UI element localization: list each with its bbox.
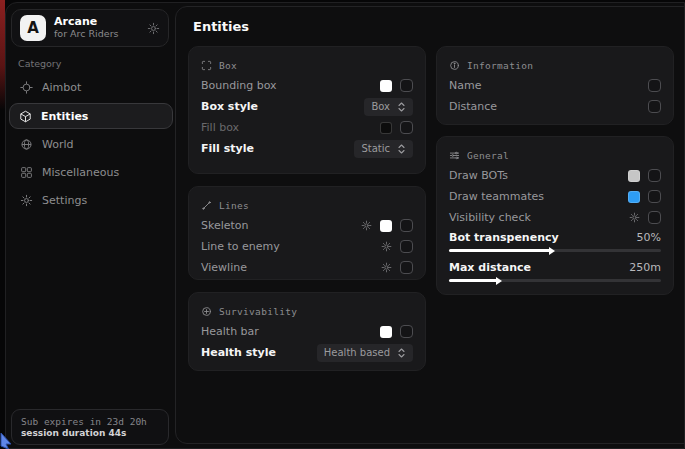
checkbox[interactable] (400, 79, 413, 92)
slider-thumb[interactable] (496, 277, 502, 285)
color-swatch[interactable] (380, 220, 392, 232)
color-swatch[interactable] (628, 170, 640, 182)
globe-icon (20, 138, 33, 151)
category-label: Category (18, 58, 61, 69)
checkbox[interactable] (400, 240, 413, 253)
sidebar: A Arcane for Arc Riders Category Aimbot (6, 3, 175, 448)
slider-value: 250m (629, 261, 661, 274)
app-subtitle: for Arc Riders (54, 29, 139, 40)
crosshair-icon (20, 81, 33, 94)
session-duration-text: session duration 44s (21, 428, 159, 438)
checkbox[interactable] (400, 121, 413, 134)
color-swatch[interactable] (380, 122, 392, 134)
checkbox[interactable] (648, 190, 661, 203)
sidebar-item-settings[interactable]: Settings (11, 188, 169, 212)
sidebar-item-world[interactable]: World (11, 132, 169, 156)
color-swatch[interactable] (628, 191, 640, 203)
checkbox[interactable] (648, 100, 661, 113)
setting-row-fill-style: Fill style Static (201, 138, 413, 159)
mouse-cursor (0, 433, 14, 449)
setting-row-fill-box: Fill box (201, 117, 413, 138)
app-title: Arcane (54, 16, 139, 29)
page-title: Entities (193, 19, 249, 34)
setting-label: Line to enemy (201, 240, 280, 253)
panel-title: Information (467, 60, 533, 71)
setting-row-line-to-enemy: Line to enemy (201, 236, 413, 257)
checkbox[interactable] (648, 169, 661, 182)
sub-expiry-text: Sub expires in 23d 20h (21, 416, 159, 427)
color-swatch[interactable] (380, 326, 392, 338)
box-style-dropdown[interactable]: Box (364, 98, 413, 116)
sliders-icon (449, 150, 460, 161)
setting-label: Name (449, 79, 481, 92)
panel-title: General (467, 150, 509, 161)
brand-card: A Arcane for Arc Riders (11, 9, 169, 47)
row-gear-icon[interactable] (629, 212, 640, 223)
setting-row-viewline: Viewline (201, 257, 413, 278)
health-cross-icon (201, 306, 212, 317)
panel-title: Box (219, 60, 237, 71)
setting-row-visibility-check: Visibility check (449, 207, 661, 228)
checkbox[interactable] (400, 325, 413, 338)
fill-style-dropdown[interactable]: Static (354, 140, 413, 158)
setting-label: Draw teammates (449, 190, 544, 203)
brand-gear-icon[interactable] (147, 22, 160, 35)
sidebar-item-label: Entities (41, 110, 88, 123)
box-panel: Box Bounding box Box style Box (188, 46, 426, 174)
app-window: A Arcane for Arc Riders Category Aimbot (5, 2, 685, 449)
setting-label: Distance (449, 100, 497, 113)
bot-transparency-slider[interactable] (449, 249, 661, 252)
sidebar-item-miscellaneous[interactable]: Miscellaneous (11, 160, 169, 184)
dropdown-value: Box (371, 101, 390, 112)
setting-label: Health style (201, 346, 276, 359)
setting-row-distance: Distance (449, 96, 661, 117)
setting-row-name: Name (449, 75, 661, 96)
panel-title: Lines (219, 200, 249, 211)
updown-arrows-icon (397, 348, 406, 358)
setting-row-draw-bots: Draw BOTs (449, 165, 661, 186)
lines-panel: Lines Skeleton Line to enemy (188, 186, 426, 280)
slider-thumb[interactable] (549, 247, 555, 255)
diagonal-line-icon (201, 200, 212, 211)
information-panel: Information Name Distance (436, 46, 674, 125)
setting-label: Viewline (201, 261, 247, 274)
main-panel: Entities Box Bounding box Box style (175, 6, 685, 444)
health-style-dropdown[interactable]: Health based (317, 344, 413, 362)
setting-label: Bounding box (201, 79, 277, 92)
setting-label: Max distance (449, 261, 531, 274)
setting-label: Visibility check (449, 211, 531, 224)
row-gear-icon[interactable] (381, 241, 392, 252)
checkbox[interactable] (648, 211, 661, 224)
grid-icon (20, 166, 33, 179)
box-corners-icon (201, 60, 212, 71)
max-distance-setting: Max distance 250m (449, 259, 661, 282)
dropdown-value: Static (361, 143, 390, 154)
setting-label: Bot transpenency (449, 231, 559, 244)
setting-row-draw-teammates: Draw teammates (449, 186, 661, 207)
dropdown-value: Health based (324, 347, 390, 358)
checkbox[interactable] (648, 79, 661, 92)
survivability-panel: Survivability Health bar Health style He… (188, 292, 426, 371)
sidebar-item-label: World (42, 138, 74, 151)
app-logo: A (20, 15, 46, 41)
setting-label: Box style (201, 100, 258, 113)
row-gear-icon[interactable] (361, 220, 372, 231)
setting-row-skeleton: Skeleton (201, 215, 413, 236)
sidebar-item-aimbot[interactable]: Aimbot (11, 75, 169, 99)
bot-transparency-setting: Bot transpenency 50% (449, 229, 661, 252)
checkbox[interactable] (400, 219, 413, 232)
sidebar-item-label: Settings (42, 194, 87, 207)
sidebar-item-entities[interactable]: Entities (9, 103, 173, 129)
entities-cube-icon (19, 110, 32, 123)
updown-arrows-icon (397, 102, 406, 112)
subscription-card: Sub expires in 23d 20h session duration … (11, 409, 169, 445)
sidebar-item-label: Aimbot (42, 81, 81, 94)
general-panel: General Draw BOTs Draw teammates Visibil… (436, 136, 674, 295)
setting-label: Skeleton (201, 219, 249, 232)
row-gear-icon[interactable] (381, 262, 392, 273)
sidebar-item-label: Miscellaneous (42, 166, 119, 179)
max-distance-slider[interactable] (449, 279, 661, 282)
checkbox[interactable] (400, 261, 413, 274)
color-swatch[interactable] (380, 80, 392, 92)
setting-label: Fill box (201, 121, 239, 134)
